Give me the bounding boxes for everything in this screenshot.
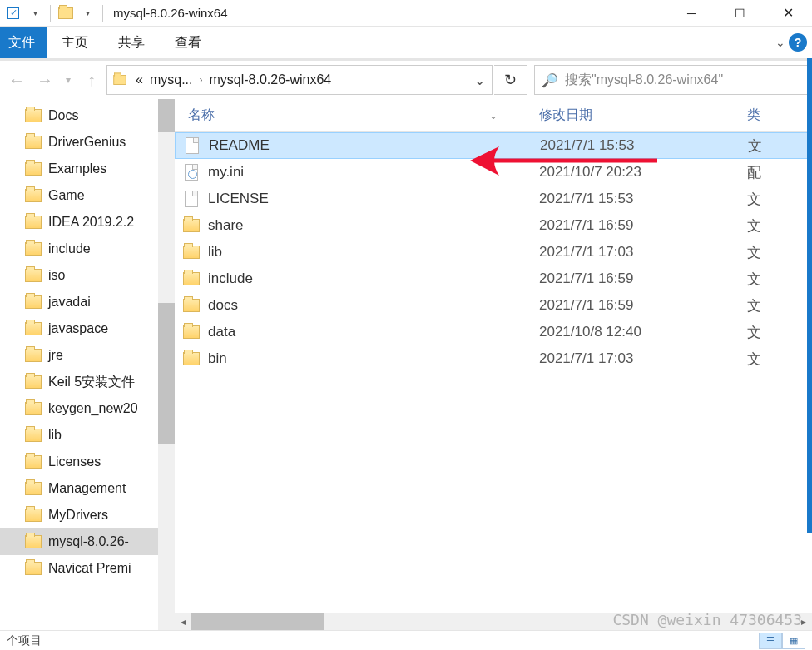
view-toggles: ☰ ▦ [759,633,805,649]
tree-scrollbar-track[interactable] [158,99,175,630]
history-dropdown-icon[interactable]: ▾ [60,65,77,95]
tree-item[interactable]: mysql-8.0.26- [0,528,175,555]
tree-item[interactable]: Management [0,475,175,502]
file-name: bin [208,350,539,367]
address-dropdown-icon[interactable]: ⌄ [467,72,492,88]
file-date: 2021/10/8 12:40 [539,324,747,340]
separator [50,5,51,22]
search-placeholder: 搜索"mysql-8.0.26-winx64" [565,72,723,89]
ribbon-expand-icon[interactable]: ⌄ [775,36,785,49]
tiles-view-icon[interactable]: ▦ [782,633,805,649]
tree-item[interactable]: Licenses [0,449,175,475]
file-row[interactable]: README2021/7/1 15:53文 [175,132,812,159]
folder-icon [25,375,42,389]
file-row[interactable]: include2021/7/1 16:59文 [175,265,812,292]
tab-view[interactable]: 查看 [160,27,216,58]
ribbon: 文件 主页 共享 查看 ⌄ ? [0,27,812,58]
tree-item[interactable]: jre [0,342,175,369]
tree-item-label: include [48,241,91,256]
tree-item[interactable]: Game [0,182,175,209]
tree-item[interactable]: javadai [0,289,175,315]
close-button[interactable]: ✕ [764,0,812,26]
folder-icon[interactable] [56,3,76,23]
nav-tree: DocsDriverGeniusExamplesGameIDEA 2019.2.… [0,99,175,630]
qat-dropdown-icon[interactable]: ▾ [25,3,45,23]
checkbox-icon[interactable]: ✓ [3,3,23,23]
minimize-button[interactable]: ─ [667,0,715,26]
tree-item[interactable]: DriverGenius [0,129,175,156]
h-scrollbar-thumb[interactable] [191,613,324,630]
tree-item[interactable]: Navicat Premi [0,555,175,582]
breadcrumb-item[interactable]: mysql-8.0.26-winx64 [205,72,334,87]
tab-home[interactable]: 主页 [47,27,103,58]
folder-icon [25,216,42,229]
tree-item-label: Docs [48,108,78,123]
chevron-right-icon[interactable]: › [196,74,205,86]
refresh-button[interactable]: ↻ [494,65,527,95]
folder-icon [183,325,200,339]
file-name: README [209,137,540,154]
search-input[interactable]: 🔍 搜索"mysql-8.0.26-winx64" [534,65,809,95]
file-row[interactable]: bin2021/7/1 17:03文 [175,345,812,372]
tree-item[interactable]: IDEA 2019.2.2 [0,209,175,236]
up-button[interactable]: ↑ [78,65,105,95]
file-tab[interactable]: 文件 [0,27,47,58]
file-type: 文 [747,216,812,236]
tree-item-label: Keil 5安装文件 [48,374,135,391]
folder-icon [25,109,42,122]
folder-icon [25,322,42,335]
file-row[interactable]: my.ini2021/10/7 20:23配 [175,159,812,186]
file-date: 2021/7/1 16:59 [539,270,747,287]
folder-icon [25,562,42,575]
tree-item[interactable]: include [0,236,175,262]
file-row[interactable]: share2021/7/1 16:59文 [175,212,812,239]
file-type: 文 [747,190,812,209]
tree-scrollbar-thumb[interactable] [158,99,175,132]
scroll-left-icon[interactable]: ◂ [175,616,191,628]
search-icon: 🔍 [542,72,558,88]
file-type: 文 [747,296,812,315]
file-row[interactable]: LICENSE2021/7/1 15:53文 [175,186,812,212]
file-icon [185,191,198,207]
qat-menu-icon[interactable]: ▾ [77,3,97,23]
tree-item[interactable]: javaspace [0,315,175,342]
folder-icon [25,162,42,176]
breadcrumb-ellipsis[interactable]: « [132,72,146,87]
column-type[interactable]: 类 [747,107,812,124]
tree-item-label: mysql-8.0.26- [48,534,129,549]
breadcrumb-item[interactable]: mysq... [146,72,196,87]
tree-item-label: MyDrivers [48,508,108,523]
tree-item-label: iso [48,268,65,283]
folder-icon [183,219,200,232]
tree-item[interactable]: Keil 5安装文件 [0,369,175,395]
file-icon [186,137,199,154]
tree-item[interactable]: Examples [0,156,175,182]
tree-item[interactable]: MyDrivers [0,502,175,528]
folder-icon [183,299,200,312]
folder-icon [25,455,42,469]
column-name[interactable]: 名称 [175,107,539,124]
file-row[interactable]: docs2021/7/1 16:59文 [175,292,812,319]
tree-item[interactable]: keygen_new20 [0,395,175,422]
column-date[interactable]: 修改日期 [539,107,747,124]
navigation-bar: ← → ▾ ↑ « mysq... › mysql-8.0.26-winx64 … [0,61,812,99]
tab-share[interactable]: 共享 [103,27,160,58]
file-row[interactable]: data2021/10/8 12:40文 [175,319,812,345]
tree-item[interactable]: Docs [0,102,175,129]
file-date: 2021/7/1 16:59 [539,297,747,314]
file-name: share [208,217,539,234]
folder-icon [25,535,42,548]
tree-item[interactable]: lib [0,422,175,449]
tree-scrollbar-thumb[interactable] [158,303,175,444]
file-type: 配 [747,163,812,182]
forward-button[interactable]: → [32,65,58,95]
folder-icon [183,352,200,365]
file-row[interactable]: lib2021/7/1 17:03文 [175,239,812,265]
maximize-button[interactable]: ☐ [715,0,764,26]
back-button[interactable]: ← [3,65,30,95]
window-title: mysql-8.0.26-winx64 [113,6,667,20]
address-bar[interactable]: « mysq... › mysql-8.0.26-winx64 ⌄ [106,65,493,95]
help-icon[interactable]: ? [789,33,807,52]
tree-item[interactable]: iso [0,262,175,289]
details-view-icon[interactable]: ☰ [759,633,782,649]
